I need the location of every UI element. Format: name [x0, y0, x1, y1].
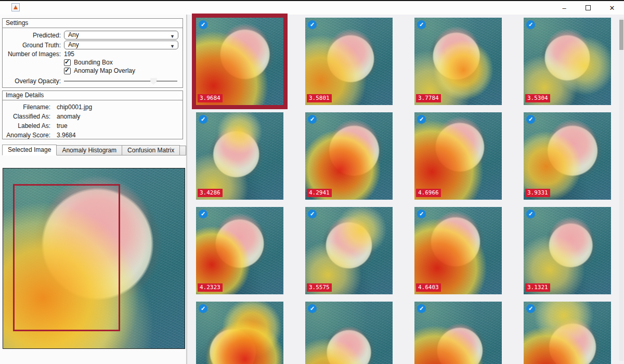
num-images-label: Number of Images:: [3, 50, 61, 58]
classified-as-label: Classified As:: [3, 113, 50, 120]
close-icon: ✕: [609, 4, 615, 12]
tab-anomaly-histogram[interactable]: Anomaly Histogram: [57, 145, 122, 155]
close-button[interactable]: ✕: [600, 1, 624, 15]
thumbnail-anomaly-score: 3.5575: [307, 283, 332, 292]
checked-badge-icon[interactable]: ✓: [417, 20, 426, 29]
thumbnail-anomaly-score: 3.9331: [525, 189, 550, 197]
thumbnail-2[interactable]: ✓3.5801: [305, 18, 393, 105]
tab-selected-image[interactable]: Selected Image: [2, 145, 57, 155]
thumbnail-4[interactable]: ✓3.5304: [524, 18, 611, 105]
ground-truth-dropdown[interactable]: Any ▼: [64, 41, 178, 49]
thumbnail-11[interactable]: ✓4.6403: [414, 207, 502, 294]
checked-badge-icon[interactable]: ✓: [526, 210, 535, 218]
ground-truth-label: Ground Truth:: [3, 42, 61, 49]
labeled-as-value: true: [57, 122, 68, 129]
thumbnail-13[interactable]: ✓: [196, 302, 283, 364]
checked-badge-icon[interactable]: ✓: [308, 304, 317, 313]
settings-panel: Settings Predicted: Any ▼ Ground Truth: …: [2, 18, 183, 88]
thumbnail-8[interactable]: ✓3.9331: [524, 112, 611, 200]
checked-badge-icon[interactable]: ✓: [308, 115, 317, 124]
maximize-icon: [586, 5, 591, 10]
tab-bar: Selected Image Anomaly Histogram Confusi…: [2, 145, 186, 155]
thumbnail-anomaly-score: 3.4286: [198, 189, 223, 197]
thumbnail-grid-area: ✓3.9684✓3.5801✓3.7784✓3.5304✓3.4286✓4.29…: [188, 15, 624, 364]
filename-label: Filename:: [3, 103, 50, 111]
thumbnail-anomaly-score: 4.2323: [198, 283, 223, 292]
chevron-down-icon: ▼: [170, 43, 175, 50]
thumbnail-5[interactable]: ✓3.4286: [196, 112, 283, 200]
thumbnail-anomaly-score: 4.6403: [416, 283, 441, 292]
scrollbar-thumb[interactable]: [619, 20, 623, 50]
titlebar: – ✕: [0, 1, 624, 15]
minimize-button[interactable]: –: [552, 1, 576, 15]
num-images-value: 195: [64, 50, 74, 58]
thumbnail-3[interactable]: ✓3.7784: [414, 18, 502, 105]
checked-badge-icon[interactable]: ✓: [417, 210, 426, 218]
slider-thumb[interactable]: [150, 78, 157, 85]
checked-badge-icon[interactable]: ✓: [526, 115, 535, 124]
checked-badge-icon[interactable]: ✓: [526, 20, 535, 29]
checked-badge-icon[interactable]: ✓: [526, 304, 535, 313]
thumbnail-anomaly-score: 3.9684: [198, 94, 223, 102]
thumbnail-anomaly-score: 3.7784: [416, 94, 441, 102]
thumbnail-anomaly-score: 3.5801: [307, 94, 332, 102]
checked-badge-icon[interactable]: ✓: [199, 210, 207, 218]
predicted-label: Predicted:: [3, 32, 61, 39]
matlab-app-icon: [11, 3, 20, 11]
selected-image-preview: [3, 168, 185, 349]
tab-confusion-matrix[interactable]: Confusion Matrix: [122, 145, 180, 155]
tab-strip-stub: [180, 146, 186, 155]
checked-badge-icon[interactable]: ✓: [417, 304, 426, 313]
predicted-dropdown-value: Any: [68, 31, 79, 38]
bounding-box-checkbox-label: Bounding Box: [74, 59, 113, 66]
thumbnail-grid: ✓3.9684✓3.5801✓3.7784✓3.5304✓3.4286✓4.29…: [196, 18, 611, 364]
thumbnail-12[interactable]: ✓3.1321: [524, 207, 611, 294]
vertical-scrollbar[interactable]: [619, 18, 623, 361]
predicted-dropdown[interactable]: Any ▼: [64, 31, 178, 40]
thumbnail-14[interactable]: ✓: [305, 302, 393, 364]
thumbnail-anomaly-score: 3.5304: [525, 94, 550, 102]
thumbnail-6[interactable]: ✓4.2941: [305, 112, 393, 200]
overlay-opacity-slider[interactable]: [64, 77, 177, 85]
checked-badge-icon[interactable]: ✓: [308, 210, 317, 218]
checked-badge-icon[interactable]: ✓: [199, 20, 207, 29]
thumbnail-1[interactable]: ✓3.9684: [196, 18, 283, 105]
labeled-as-label: Labeled As:: [3, 122, 50, 129]
bounding-box-checkbox[interactable]: ✓: [64, 59, 71, 66]
checkmark-icon: ✓: [64, 67, 70, 74]
checked-badge-icon[interactable]: ✓: [308, 20, 317, 29]
thumbnail-15[interactable]: ✓: [414, 302, 502, 364]
overlay-opacity-label: Overlay Opacity:: [3, 77, 61, 85]
checkmark-icon: ✓: [64, 58, 70, 66]
thumbnail-anomaly-score: 4.2941: [307, 189, 332, 197]
left-panel: Settings Predicted: Any ▼ Ground Truth: …: [0, 15, 186, 364]
app-window: – ✕ Settings Predicted: Any ▼ Ground Tru…: [0, 0, 624, 364]
chevron-down-icon: ▼: [170, 33, 175, 41]
settings-panel-title: Settings: [3, 19, 183, 28]
ground-truth-dropdown-value: Any: [68, 41, 79, 48]
thumbnail-16[interactable]: ✓: [524, 302, 611, 364]
matlab-logo-icon: [14, 5, 18, 9]
thumbnail-anomaly-score: 4.6966: [416, 189, 441, 197]
thumbnail-anomaly-score: 3.1321: [525, 283, 550, 292]
anomaly-score-value: 3.9684: [57, 132, 76, 139]
anomaly-map-overlay-checkbox-label: Anomaly Map Overlay: [74, 67, 135, 74]
filename-value: chip0001.jpg: [57, 103, 92, 111]
anomaly-bounding-box: [13, 184, 120, 332]
thumbnail-7[interactable]: ✓4.6966: [414, 112, 502, 200]
checked-badge-icon[interactable]: ✓: [417, 115, 426, 124]
anomaly-score-label: Anomaly Score:: [3, 132, 50, 139]
checked-badge-icon[interactable]: ✓: [199, 304, 207, 313]
thumbnail-9[interactable]: ✓4.2323: [196, 207, 283, 294]
image-details-panel: Image Details Filename:chip0001.jpg Clas…: [2, 90, 183, 139]
checked-badge-icon[interactable]: ✓: [199, 115, 207, 124]
maximize-button[interactable]: [576, 1, 600, 15]
classified-as-value: anomaly: [57, 113, 80, 120]
anomaly-map-overlay-checkbox[interactable]: ✓: [64, 68, 71, 74]
minimize-icon: –: [562, 4, 566, 12]
slider-track: [64, 81, 177, 82]
top-edge-artifact: [0, 0, 624, 1]
thumbnail-10[interactable]: ✓3.5575: [305, 207, 393, 294]
image-details-title: Image Details: [3, 91, 183, 100]
